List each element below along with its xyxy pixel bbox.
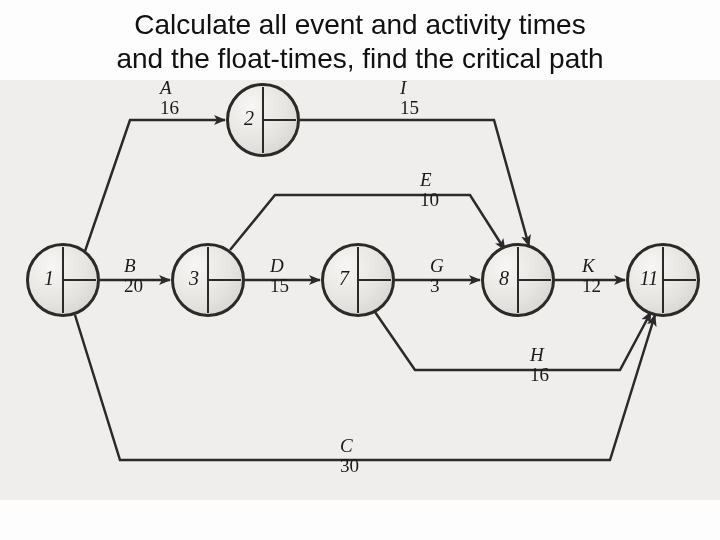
edge-A [83, 120, 225, 257]
activity-letter: I [400, 78, 419, 98]
edge-H [375, 312, 651, 370]
event-node-7: 7 [321, 243, 395, 317]
activity-label-E: E 10 [420, 170, 439, 210]
activity-label-K: K 12 [582, 256, 601, 296]
activity-duration: 15 [400, 98, 419, 118]
activity-letter: G [430, 256, 444, 276]
title-line-1: Calculate all event and activity times [134, 9, 585, 40]
activity-duration: 20 [124, 276, 143, 296]
activity-duration: 12 [582, 276, 601, 296]
event-id: 8 [490, 267, 518, 290]
event-id: 1 [35, 267, 63, 290]
activity-letter: C [340, 436, 359, 456]
event-id: 7 [330, 267, 358, 290]
edge-E [230, 195, 505, 250]
activity-letter: D [270, 256, 289, 276]
activity-duration: 10 [420, 190, 439, 210]
activity-label-C: C 30 [340, 436, 359, 476]
activity-label-A: A 16 [160, 78, 179, 118]
activity-label-G: G 3 [430, 256, 444, 296]
activity-letter: E [420, 170, 439, 190]
title-line-2: and the float-times, find the critical p… [116, 43, 603, 74]
event-node-3: 3 [171, 243, 245, 317]
activity-label-I: I 15 [400, 78, 419, 118]
event-node-11: 11 [626, 243, 700, 317]
activity-letter: A [160, 78, 179, 98]
activity-duration: 15 [270, 276, 289, 296]
event-node-1: 1 [26, 243, 100, 317]
edge-C [75, 315, 655, 460]
activity-letter: K [582, 256, 601, 276]
activity-label-D: D 15 [270, 256, 289, 296]
event-id: 2 [235, 107, 263, 130]
event-id: 3 [180, 267, 208, 290]
network-diagram: 1 2 3 7 8 11 A 16 I 15 B 20 D 15 G 3 K 1… [0, 80, 720, 500]
activity-label-H: H 16 [530, 345, 549, 385]
event-node-8: 8 [481, 243, 555, 317]
event-node-2: 2 [226, 83, 300, 157]
event-id: 11 [635, 267, 663, 290]
activity-letter: H [530, 345, 549, 365]
activity-duration: 16 [160, 98, 179, 118]
page-title: Calculate all event and activity times a… [0, 0, 720, 75]
activity-label-B: B 20 [124, 256, 143, 296]
activity-duration: 3 [430, 276, 444, 296]
activity-letter: B [124, 256, 143, 276]
activity-duration: 30 [340, 456, 359, 476]
activity-duration: 16 [530, 365, 549, 385]
edge-I [300, 120, 529, 246]
